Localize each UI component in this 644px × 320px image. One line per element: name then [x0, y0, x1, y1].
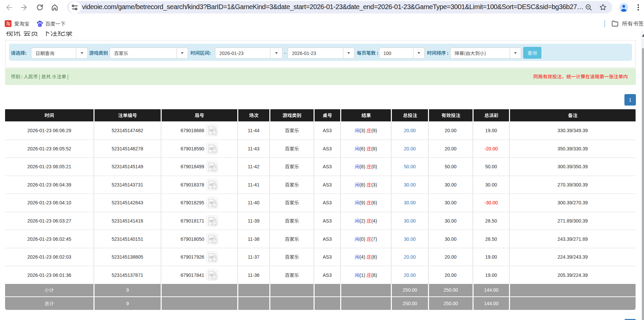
svg-text:du: du — [38, 24, 41, 26]
